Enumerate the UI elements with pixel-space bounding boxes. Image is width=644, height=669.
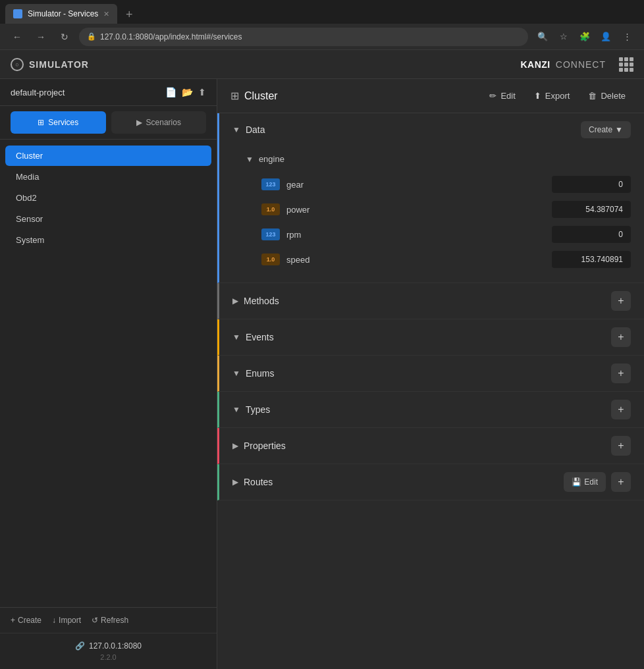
types-add-button[interactable]: + [611, 400, 631, 419]
new-file-icon[interactable]: 📄 [165, 87, 176, 97]
extensions-icon[interactable]: 🧩 [576, 28, 594, 46]
service-item-obd2[interactable]: Obd2 [5, 188, 211, 208]
engine-label: engine [259, 154, 284, 164]
services-tab-label: Services [48, 118, 78, 127]
engine-section: ▼ engine 123 gear 0 1.0 power [219, 146, 644, 282]
app-logo: ○ SIMULATOR [11, 58, 89, 71]
import-button[interactable]: ↓ Import [52, 616, 81, 625]
tab-close-button[interactable]: ✕ [103, 10, 109, 18]
create-label: Create [18, 616, 41, 625]
section-events: ▼ Events + [217, 319, 644, 356]
section-routes: ▶ Routes 💾 Edit + [217, 464, 644, 500]
active-tab[interactable]: Simulator - Services ✕ [5, 4, 117, 24]
engine-header[interactable]: ▼ engine [246, 149, 631, 169]
section-types-header[interactable]: ▼ Types + [219, 392, 644, 427]
connection-address: 🔗 127.0.0.1:8080 [75, 641, 142, 651]
delete-label: Delete [601, 91, 626, 101]
enums-chevron-icon: ▼ [232, 369, 240, 378]
section-enums-header[interactable]: ▼ Enums + [219, 356, 644, 391]
properties-chevron-icon: ▶ [232, 441, 238, 450]
section-data: ▼ Data Create ▼ ▼ engine [217, 113, 644, 283]
routes-add-button[interactable]: + [611, 472, 631, 492]
service-item-sensor[interactable]: Sensor [5, 209, 211, 229]
app-logo-text: SIMULATOR [29, 59, 89, 70]
section-methods-header[interactable]: ▶ Methods + [219, 283, 644, 319]
scenarios-tab-label: Scenarios [146, 118, 181, 127]
rpm-key: rpm [286, 230, 545, 240]
data-create-label: Create [589, 125, 612, 134]
routes-edit-button[interactable]: 💾 Edit [564, 472, 606, 492]
edit-button[interactable]: ✏ Edit [484, 88, 520, 103]
edit-icon: ✏ [489, 91, 496, 101]
enums-label: Enums [246, 368, 611, 379]
properties-add-button[interactable]: + [611, 436, 631, 456]
simulator-icon: ○ [11, 58, 24, 71]
tab-title: Simulator - Services [28, 9, 98, 18]
service-item-system[interactable]: System [5, 230, 211, 250]
import-label: Import [59, 616, 81, 625]
sidebar: default-project 📄 📂 ⬆ ⊞ Services ▶ Scena… [0, 79, 217, 669]
power-value[interactable]: 54.387074 [552, 201, 631, 218]
types-label: Types [246, 404, 611, 415]
routes-edit-icon: 💾 [572, 477, 581, 487]
methods-chevron-icon: ▶ [232, 296, 238, 306]
section-properties-header[interactable]: ▶ Properties + [219, 428, 644, 464]
refresh-button[interactable]: ↺ Refresh [92, 616, 128, 625]
back-button[interactable]: ← [8, 28, 26, 46]
speed-type-badge: 1.0 [261, 254, 280, 265]
nav-actions: 🔍 ☆ 🧩 👤 ⋮ [533, 28, 636, 46]
routes-label: Routes [244, 477, 564, 487]
tab-services[interactable]: ⊞ Services [11, 111, 106, 134]
rpm-value[interactable]: 0 [552, 226, 631, 243]
speed-key: speed [286, 255, 545, 265]
data-create-button[interactable]: Create ▼ [581, 121, 631, 138]
refresh-button[interactable]: ↻ [55, 28, 74, 46]
sidebar-footer: + Create ↓ Import ↺ Refresh [0, 607, 217, 633]
gear-value[interactable]: 0 [552, 176, 631, 193]
types-chevron-icon: ▼ [232, 405, 240, 414]
app: ○ SIMULATOR KANZI CONNECT default-projec… [0, 50, 644, 669]
apps-icon[interactable] [619, 57, 633, 72]
data-create-chevron: ▼ [615, 125, 623, 134]
routes-actions: 💾 Edit + [564, 472, 631, 492]
service-item-cluster[interactable]: Cluster [5, 146, 211, 166]
methods-add-button[interactable]: + [611, 291, 631, 311]
refresh-icon: ↺ [92, 616, 98, 625]
properties-label: Properties [244, 441, 611, 451]
delete-button[interactable]: 🗑 Delete [583, 88, 631, 103]
export-button[interactable]: ⬆ Export [529, 88, 576, 103]
upload-icon[interactable]: ⬆ [198, 87, 206, 97]
section-routes-header[interactable]: ▶ Routes 💾 Edit + [219, 464, 644, 500]
data-chevron-icon: ▼ [232, 125, 240, 134]
profile-icon[interactable]: 👤 [597, 28, 615, 46]
enums-add-button[interactable]: + [611, 363, 631, 383]
forward-button[interactable]: → [32, 28, 50, 46]
import-icon: ↓ [52, 616, 56, 625]
service-item-media[interactable]: Media [5, 167, 211, 187]
data-section-actions: Create ▼ [581, 121, 631, 138]
rpm-type-badge: 123 [261, 228, 280, 240]
export-label: Export [545, 91, 570, 101]
events-add-button[interactable]: + [611, 327, 631, 347]
section-events-header[interactable]: ▼ Events + [219, 319, 644, 355]
brand-subtext: CONNECT [556, 59, 606, 70]
services-list: Cluster Media Obd2 Sensor System [0, 140, 217, 607]
cluster-icon: ⊞ [230, 90, 239, 102]
menu-icon[interactable]: ⋮ [618, 28, 636, 46]
new-tab-button[interactable]: + [120, 5, 138, 24]
search-icon[interactable]: 🔍 [533, 28, 552, 46]
main-header: ⊞ Cluster ✏ Edit ⬆ Export 🗑 Delete [217, 79, 644, 113]
tab-scenarios[interactable]: ▶ Scenarios [111, 111, 207, 134]
field-power: 1.0 power 54.387074 [261, 197, 631, 222]
open-folder-icon[interactable]: 📂 [182, 87, 193, 97]
field-rpm: 123 rpm 0 [261, 222, 631, 247]
events-label: Events [246, 332, 611, 342]
speed-value[interactable]: 153.740891 [552, 251, 631, 268]
create-service-button[interactable]: + Create [11, 616, 41, 625]
section-data-header[interactable]: ▼ Data Create ▼ [219, 113, 644, 146]
address-bar[interactable]: 🔒 127.0.0.1:8080/app/index.html#/service… [79, 28, 528, 46]
bookmark-icon[interactable]: ☆ [554, 28, 573, 46]
project-header: default-project 📄 📂 ⬆ [0, 79, 217, 106]
brand-name: KANZI [520, 59, 550, 70]
app-brand: KANZI CONNECT [520, 57, 633, 72]
